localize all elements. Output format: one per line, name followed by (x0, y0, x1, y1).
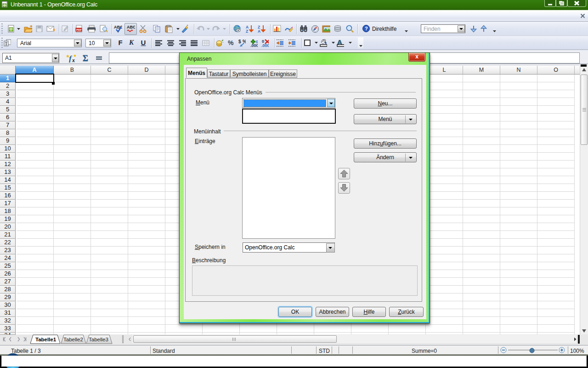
svg-text:$: $ (238, 39, 241, 44)
svg-text:PDF: PDF (76, 29, 82, 31)
svg-text:Σ: Σ (83, 54, 88, 63)
svg-text:,000: ,000 (261, 43, 269, 47)
svg-text:ABC: ABC (127, 25, 135, 29)
svg-text:,000: ,000 (250, 43, 258, 47)
svg-text:A: A (258, 29, 260, 33)
svg-text:?: ? (365, 26, 368, 31)
svg-text:Tabelle3: Tabelle3 (89, 337, 108, 342)
svg-text:x: x (72, 57, 75, 63)
svg-text:Tabelle1: Tabelle1 (35, 337, 57, 342)
svg-text:Z: Z (246, 29, 248, 33)
svg-text:Tabelle2: Tabelle2 (63, 337, 83, 342)
